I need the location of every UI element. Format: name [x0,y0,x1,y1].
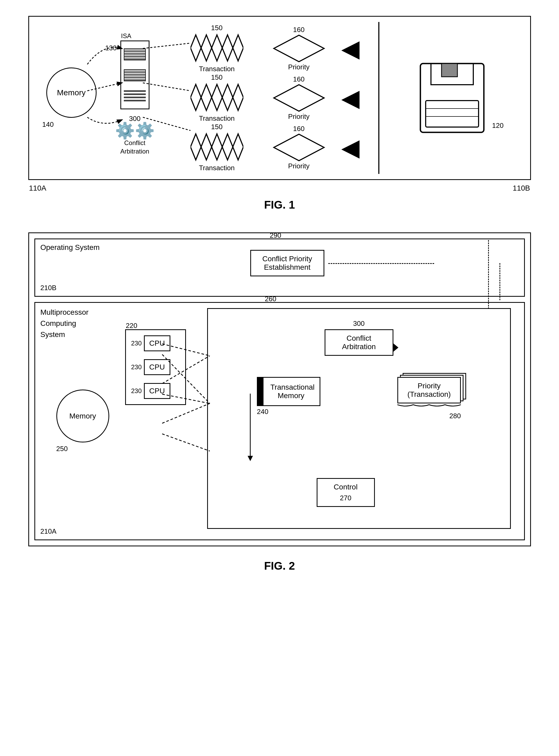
control-box: Control 270 [317,478,375,507]
mp-label: Multiprocessor Computing System [41,307,89,340]
trans-mem-black-bar [258,378,264,405]
svg-marker-6 [274,134,324,161]
trans-mem-box: Transactional Memory [257,377,320,406]
vertical-divider [378,22,379,174]
cpu-label-2: CPU [149,363,165,371]
priority-paper-front: Priority (Transaction) [397,377,461,404]
cpu-row-1: 230 CPU [131,336,180,351]
isa-num: 130 [105,44,117,52]
cpu-num-3: 230 [131,387,142,395]
priority-num-2: 160 [293,75,305,83]
fig2-memory-circle: Memory [57,390,109,442]
cpu-label-1: CPU [149,339,165,348]
cpu-num-2: 230 [131,363,142,371]
conflict-arb-label-2: Arbitration [342,343,376,351]
os-dotted-vert [499,263,500,300]
cpu-row-3: 230 CPU [131,383,180,399]
svg-rect-10 [426,101,478,127]
fig2-dotted-vert-right [488,240,489,309]
control-label: Control [334,483,357,491]
arrow-left-2: ◀ [341,86,373,110]
control-num: 270 [328,494,363,502]
zigzag-1 [191,32,243,64]
trans-num-2: 150 [211,73,223,82]
trans-label-1: Transaction [199,65,234,73]
conflict-label-1: Conflict [124,139,145,146]
mp-label-2: Computing [41,319,76,327]
isa-label: ISA [121,32,132,40]
priority-row-1: 160 Priority [265,26,333,71]
conflict-arb-box: Conflict Arbitration [325,329,394,356]
trans-mem-num: 240 [257,408,320,416]
svg-line-3 [143,117,191,130]
cpu-cluster-num: 220 [126,322,137,330]
svg-rect-9 [442,64,457,77]
fig1-right-section: 120 [385,61,520,135]
priority-trans-label-1: Priority [418,382,441,390]
conflict-priority-label-1: Conflict Priority [262,255,312,263]
trans-mem-label-1: Transactional [270,383,312,391]
mp-label-3: System [41,330,65,339]
trans-mem-container: Transactional Memory 240 [257,377,320,416]
fig2-memory-num: 250 [57,445,109,453]
priority-num-3: 160 [293,125,305,133]
fig2-memory: Memory 250 [57,390,109,453]
fig1-diagram: Memory 140 ISA 130 [28,16,531,180]
black-triangle-arb [393,343,398,352]
priority-row-2: 160 Priority [265,75,333,121]
priority-label-1: Priority [288,63,310,71]
conflict-priority-label-2: Establishment [264,263,311,271]
trans-num-3: 150 [211,123,223,131]
svg-line-2 [143,83,191,91]
fig1-transactions: 150 Transaction 150 Tra [180,24,254,172]
mp-section: Multiprocessor Computing System 210A 260… [35,302,525,540]
os-num: 210B [41,284,57,292]
arrow-left-1: ◀ [341,37,373,60]
os-290-label: 290 [270,231,281,240]
fig2-container: Operating System 210B 290 Conflict Prior… [21,232,538,572]
fig1-priorities: 160 Priority 160 Priority [265,24,333,172]
floppy-disk-icon [418,61,487,135]
svg-line-1 [143,43,191,48]
priority-label-3: Priority [288,162,310,170]
diamond-3 [272,133,326,162]
cpu-cluster: 220 230 CPU 230 CPU 230 C [125,329,186,405]
priority-row-3: 160 Priority [265,125,333,170]
svg-marker-4 [274,35,324,62]
zigzag-3 [191,131,243,163]
trans-num-1: 150 [211,24,223,32]
svg-line-19 [162,404,210,423]
conflict-arb-300: 300 [325,320,394,328]
diamond-1 [272,34,326,63]
cpu-num-1: 230 [131,340,142,347]
mp-label-1: Multiprocessor [41,308,89,316]
zigzag-2 [191,82,243,113]
isa-to-trans-svg [143,17,196,181]
priority-num-1: 160 [293,26,305,34]
mp-260-label: 260 [265,295,276,303]
fig1-container: Memory 140 ISA 130 [21,16,538,211]
arrow-left-3: ◀ [341,135,373,159]
diagram-label-b: 110B [513,184,530,192]
priority-wave-svg [397,404,461,409]
diamond-2 [272,83,326,112]
priority-trans-label-2: (Transaction) [407,390,451,398]
cpu-box-3: CPU [144,383,170,399]
fig2-memory-label: Memory [69,412,96,420]
trans-mem-label-2: Memory [270,391,312,400]
os-section: Operating System 210B 290 Conflict Prior… [35,238,525,297]
trans-label-3: Transaction [199,164,234,172]
svg-marker-5 [274,85,324,111]
fig1-caption: FIG. 1 [264,198,295,211]
floppy-num: 120 [492,122,504,130]
fig1-arrows: ◀ ◀ ◀ [341,24,373,172]
cpu-box-1: CPU [144,336,170,351]
priority-trans-num: 280 [397,412,461,420]
trans-label-2: Transaction [199,114,234,123]
mp-num: 210A [41,527,57,536]
os-dotted-horiz [328,263,434,264]
cpu-row-2: 230 CPU [131,359,180,375]
fig2-caption: FIG. 2 [264,560,295,572]
diagram-label-a: 110A [29,184,46,192]
fig2-right-block: 300 Conflict Arbitration [207,308,511,529]
